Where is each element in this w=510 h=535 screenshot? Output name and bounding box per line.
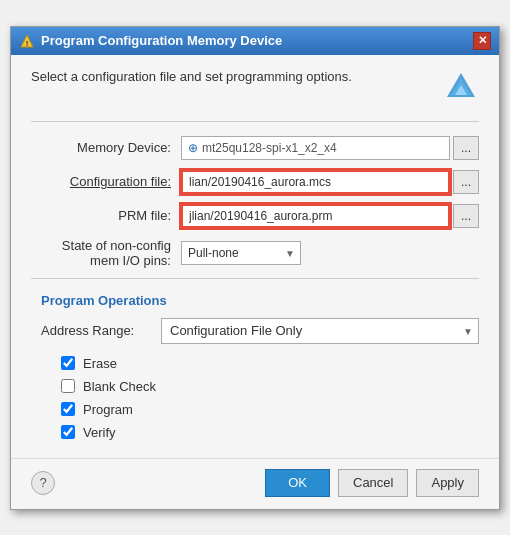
apply-button[interactable]: Apply [416,469,479,497]
blank-check-row: Blank Check [41,379,479,394]
dialog-icon: ! [19,33,35,49]
verify-checkbox[interactable] [61,425,75,439]
logo-icon [443,69,479,105]
config-file-input-group: ... [181,170,479,194]
title-bar: ! Program Configuration Memory Device ✕ [11,27,499,55]
erase-row: Erase [41,356,479,371]
program-checkbox[interactable] [61,402,75,416]
prm-file-label: PRM file: [31,208,181,223]
header-description: Select a configuration file and set prog… [31,69,352,84]
dialog-title: Program Configuration Memory Device [41,33,473,48]
cancel-button[interactable]: Cancel [338,469,408,497]
memory-device-value: mt25qu128-spi-x1_x2_x4 [202,141,337,155]
verify-row: Verify [41,425,479,440]
memory-device-browse-button[interactable]: ... [453,136,479,160]
state-select[interactable]: Pull-none Pull-up Pull-down [181,241,301,265]
dialog-footer: ? OK Cancel Apply [11,458,499,509]
program-label: Program [83,402,133,417]
verify-label: Verify [83,425,116,440]
state-row: State of non-config mem I/O pins: Pull-n… [31,238,479,268]
footer-right: OK Cancel Apply [265,469,479,497]
separator-1 [31,121,479,122]
prm-file-input-group: ... [181,204,479,228]
memory-device-label: Memory Device: [31,140,181,155]
address-range-label: Address Range: [41,323,161,338]
memory-device-row: Memory Device: ⊕ mt25qu128-spi-x1_x2_x4 … [31,136,479,160]
config-file-row: Configuration file: ... [31,170,479,194]
prm-file-input[interactable] [181,204,450,228]
config-file-label: Configuration file: [31,174,181,189]
config-file-input[interactable] [181,170,450,194]
blank-check-label: Blank Check [83,379,156,394]
address-range-select[interactable]: Configuration File Only Entire Configura… [161,318,479,344]
config-file-browse-button[interactable]: ... [453,170,479,194]
ok-button[interactable]: OK [265,469,330,497]
program-config-dialog: ! Program Configuration Memory Device ✕ … [10,26,500,510]
address-range-select-wrapper: Configuration File Only Entire Configura… [161,318,479,344]
memory-device-input-group: ⊕ mt25qu128-spi-x1_x2_x4 ... [181,136,479,160]
program-ops-section: Program Operations Address Range: Config… [31,293,479,440]
memory-icon: ⊕ [188,141,198,155]
blank-check-checkbox[interactable] [61,379,75,393]
svg-text:!: ! [26,39,29,48]
state-label: State of non-config mem I/O pins: [31,238,181,268]
erase-checkbox[interactable] [61,356,75,370]
header-section: Select a configuration file and set prog… [31,69,479,105]
prm-file-browse-button[interactable]: ... [453,204,479,228]
separator-2 [31,278,479,279]
close-button[interactable]: ✕ [473,32,491,50]
help-button[interactable]: ? [31,471,55,495]
erase-label: Erase [83,356,117,371]
footer-left: ? [31,471,55,495]
prm-file-row: PRM file: ... [31,204,479,228]
program-row: Program [41,402,479,417]
memory-device-display: ⊕ mt25qu128-spi-x1_x2_x4 [181,136,450,160]
state-select-wrapper: Pull-none Pull-up Pull-down [181,241,301,265]
program-ops-title: Program Operations [41,293,479,308]
address-range-row: Address Range: Configuration File Only E… [41,318,479,344]
dialog-body: Select a configuration file and set prog… [11,55,499,458]
